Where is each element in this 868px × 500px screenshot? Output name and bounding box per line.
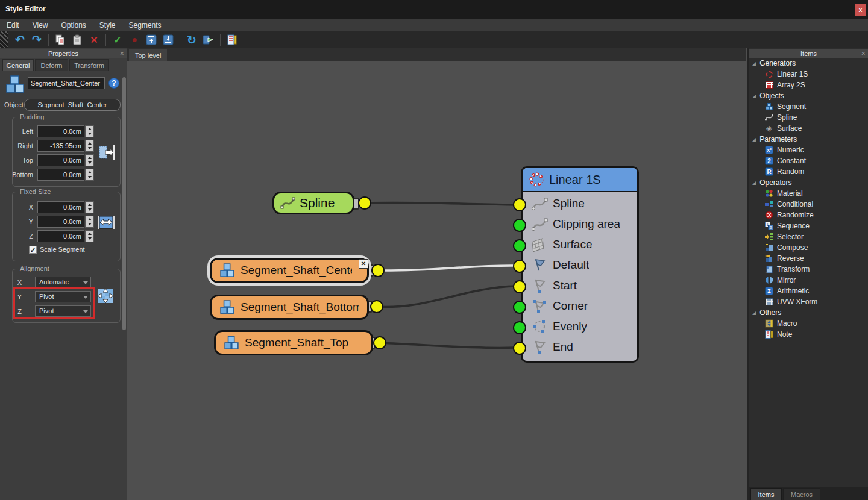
- toolbar-drag-handle[interactable]: [0, 31, 8, 48]
- linear-row-default[interactable]: Default: [523, 255, 637, 275]
- linear-row-corner[interactable]: Corner: [523, 296, 637, 316]
- linear-port-spline[interactable]: [513, 198, 526, 211]
- linear-port-corner[interactable]: [513, 301, 526, 314]
- menu-options[interactable]: Options: [54, 20, 92, 31]
- redo-icon[interactable]: ↷: [30, 33, 44, 47]
- tree-item-transform[interactable]: Transform: [749, 264, 868, 275]
- tree-item-material[interactable]: Material: [749, 188, 868, 199]
- node-spline[interactable]: Spline: [272, 192, 354, 214]
- object-name-input[interactable]: [28, 77, 105, 89]
- wire-spline-to-spline[interactable]: [365, 202, 516, 205]
- padding-mode-icon[interactable]: [98, 143, 115, 161]
- tab-items[interactable]: Items: [750, 488, 782, 500]
- menu-edit[interactable]: Edit: [0, 20, 26, 31]
- linear-port-clipping-area[interactable]: [513, 219, 526, 232]
- tab-macros[interactable]: Macros: [783, 488, 820, 500]
- wire-center-to-default[interactable]: [378, 266, 516, 270]
- fixed-y-field[interactable]: 0.0cm: [37, 216, 84, 228]
- expand-triangle-icon[interactable]: ◢: [752, 61, 756, 66]
- node-linear-1s[interactable]: Linear 1S Spline Clipping area Surface D…: [521, 166, 639, 363]
- node-close-icon[interactable]: ✕: [359, 259, 368, 269]
- tree-category-operators[interactable]: ◢ Operators: [749, 177, 868, 188]
- padding-left-spinner[interactable]: [85, 125, 94, 137]
- tree-item-spline[interactable]: Spline: [749, 112, 868, 123]
- apply-check-icon[interactable]: ✓: [110, 33, 125, 47]
- tab-deform[interactable]: Deform: [35, 59, 68, 71]
- padding-top-spinner[interactable]: [85, 154, 94, 166]
- tree-category-generators[interactable]: ◢ Generators: [749, 58, 868, 69]
- linear-port-surface[interactable]: [513, 239, 526, 252]
- segment-bottom-output-port[interactable]: [370, 300, 383, 313]
- tree-item-randomize[interactable]: Randomize: [749, 210, 868, 220]
- wire-bottom-to-start[interactable]: [377, 286, 516, 307]
- menu-view[interactable]: View: [26, 20, 55, 31]
- export-icon[interactable]: [201, 33, 216, 47]
- fixed-z-spinner[interactable]: [85, 230, 94, 242]
- node-segment-center[interactable]: Segment_Shaft_Center: [210, 258, 369, 283]
- window-close-button[interactable]: x: [855, 4, 866, 16]
- tree-item-surface[interactable]: ◈ Surface: [749, 123, 868, 134]
- tree-item-conditional[interactable]: Conditional: [749, 199, 868, 210]
- undo-icon[interactable]: ↶: [13, 33, 27, 47]
- expand-triangle-icon[interactable]: ◢: [752, 180, 756, 186]
- tree-item-compose[interactable]: Compose: [749, 242, 868, 253]
- scale-segment-checkbox[interactable]: ✓: [29, 246, 37, 254]
- linear-port-end[interactable]: [513, 342, 526, 355]
- tab-transform[interactable]: Transform: [69, 59, 109, 71]
- close-icon[interactable]: ✕: [119, 50, 124, 58]
- fixed-y-spinner[interactable]: [85, 216, 94, 228]
- padding-right-spinner[interactable]: [85, 140, 94, 152]
- tree-item-note[interactable]: Note: [749, 329, 868, 340]
- tree-category-parameters[interactable]: ◢ Parameters: [749, 134, 868, 145]
- tree-category-others[interactable]: ◢ Others: [749, 307, 868, 318]
- object-picker-button[interactable]: Segment_Shaft_Center: [24, 99, 121, 111]
- linear-row-end[interactable]: End: [523, 337, 637, 357]
- expand-triangle-icon[interactable]: ◢: [752, 310, 756, 316]
- notes-icon[interactable]: [225, 33, 239, 47]
- menu-segments[interactable]: Segments: [122, 20, 168, 31]
- alignment-mode-icon[interactable]: [96, 287, 115, 304]
- properties-scrollbar[interactable]: [122, 77, 126, 330]
- tree-item-reverse[interactable]: Reverse: [749, 253, 868, 264]
- padding-right-field[interactable]: -135.95cm: [37, 140, 84, 152]
- segment-top-output-port[interactable]: [373, 336, 386, 349]
- linear-node-header[interactable]: Linear 1S: [523, 168, 637, 192]
- tree-item-sequence[interactable]: 12 Sequence: [749, 220, 868, 231]
- fixed-size-mode-icon[interactable]: [98, 214, 115, 230]
- menu-style[interactable]: Style: [93, 20, 122, 31]
- tree-item-constant[interactable]: 2 Constant: [749, 155, 868, 166]
- help-icon[interactable]: ?: [108, 78, 119, 89]
- delete-icon[interactable]: ✕: [87, 33, 101, 47]
- padding-bottom-field[interactable]: 0.0cm: [37, 169, 84, 181]
- tree-category-objects[interactable]: ◢ Objects: [749, 90, 868, 101]
- expand-icon[interactable]: [161, 33, 175, 47]
- tree-item-array-2s[interactable]: Array 2S: [749, 80, 868, 90]
- linear-port-default[interactable]: [513, 260, 526, 273]
- node-graph-canvas[interactable]: Top level Spline Segment_Shaft_Center ✕ …: [127, 48, 746, 500]
- tree-item-macro[interactable]: Macro: [749, 318, 868, 329]
- collapse-icon[interactable]: [144, 33, 159, 47]
- node-segment-top[interactable]: Segment_Shaft_Top: [214, 330, 373, 355]
- spline-output-port[interactable]: [358, 196, 371, 210]
- linear-row-evenly[interactable]: Evenly: [523, 316, 637, 337]
- linear-port-start[interactable]: [513, 280, 526, 293]
- items-header[interactable]: Items ✕: [749, 49, 868, 58]
- refresh-icon[interactable]: ↻: [184, 33, 199, 47]
- linear-row-clipping-area[interactable]: Clipping area: [523, 214, 637, 234]
- tree-item-arithmetic[interactable]: Σ Arithmetic: [749, 286, 868, 296]
- fixed-x-field[interactable]: 0.0cm: [37, 201, 84, 213]
- tree-item-segment[interactable]: Segment: [749, 101, 868, 112]
- linear-port-evenly[interactable]: [513, 321, 526, 334]
- linear-row-surface[interactable]: Surface: [523, 234, 637, 255]
- tree-item-mirror[interactable]: Mirror: [749, 275, 868, 286]
- properties-header[interactable]: Properties ✕: [0, 49, 127, 58]
- linear-row-spline[interactable]: Spline: [523, 193, 637, 214]
- node-segment-bottom[interactable]: Segment_Shaft_Bottom: [210, 295, 369, 320]
- segment-center-output-port[interactable]: [371, 264, 385, 277]
- padding-left-field[interactable]: 0.0cm: [37, 125, 84, 137]
- fixed-x-spinner[interactable]: [85, 201, 94, 213]
- wire-top-to-end[interactable]: [380, 343, 516, 348]
- tree-item-numeric[interactable]: X² Numeric: [749, 145, 868, 155]
- paste-icon[interactable]: [70, 33, 84, 47]
- copy-icon[interactable]: [53, 33, 68, 47]
